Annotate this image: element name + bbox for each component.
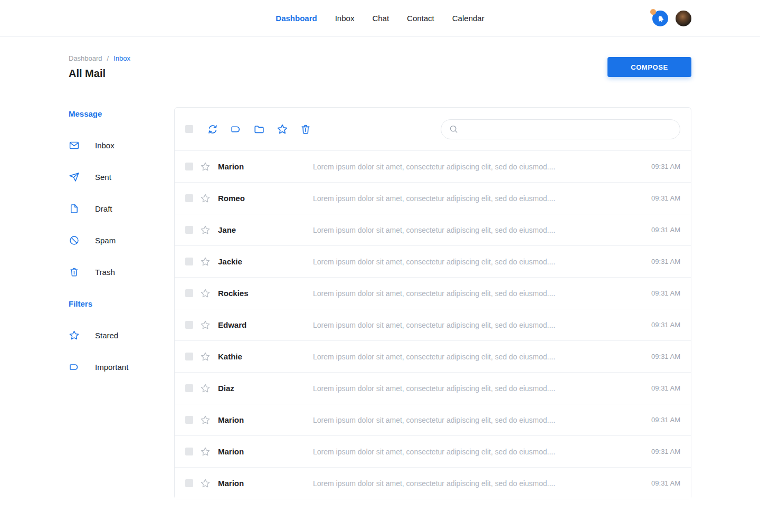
breadcrumb: Dashboard / Inbox — [69, 54, 130, 62]
nav-calendar[interactable]: Calendar — [452, 14, 484, 23]
sidebar: Message Inbox Sent Draft Spam — [69, 107, 174, 499]
sidebar-item-trash[interactable]: Trash — [69, 265, 174, 278]
nav-dashboard[interactable]: Dashboard — [276, 14, 317, 23]
search-icon — [449, 124, 459, 134]
sidebar-item-label: Trash — [95, 268, 115, 277]
row-checkbox[interactable] — [185, 416, 193, 424]
sidebar-item-draft[interactable]: Draft — [69, 202, 174, 215]
star-icon[interactable] — [200, 478, 211, 489]
star-icon[interactable] — [200, 256, 211, 267]
message-preview: Lorem ipsum dolor sit amet, consectetur … — [313, 321, 643, 329]
row-checkbox[interactable] — [185, 479, 193, 487]
row-checkbox[interactable] — [185, 289, 193, 297]
star-icon[interactable] — [200, 162, 211, 172]
star-icon[interactable] — [200, 320, 211, 330]
mail-row[interactable]: Marion Lorem ipsum dolor sit amet, conse… — [175, 404, 691, 435]
row-checkbox[interactable] — [185, 194, 193, 202]
sidebar-item-sent[interactable]: Sent — [69, 170, 174, 183]
row-checkbox[interactable] — [185, 163, 193, 170]
page-head-left: Dashboard / Inbox All Mail — [69, 54, 130, 80]
nav-inbox[interactable]: Inbox — [335, 14, 355, 23]
star-icon[interactable] — [200, 225, 211, 235]
message-preview: Lorem ipsum dolor sit amet, consectetur … — [313, 384, 643, 393]
mail-row[interactable]: Edward Lorem ipsum dolor sit amet, conse… — [175, 309, 691, 340]
message-preview: Lorem ipsum dolor sit amet, consectetur … — [313, 479, 643, 488]
message-preview: Lorem ipsum dolor sit amet, consectetur … — [313, 194, 643, 203]
sender-name: Kathie — [218, 352, 313, 361]
mail-toolbar — [175, 108, 691, 150]
sender-name: Jane — [218, 225, 313, 234]
sidebar-item-label: Stared — [95, 331, 118, 340]
sidebar-item-spam[interactable]: Spam — [69, 234, 174, 246]
mail-row[interactable]: Kathie Lorem ipsum dolor sit amet, conse… — [175, 340, 691, 372]
sidebar-item-label: Sent — [95, 173, 111, 182]
star-icon[interactable] — [200, 415, 211, 425]
refresh-icon[interactable] — [207, 124, 218, 135]
top-nav: Dashboard Inbox Chat Contact Calendar — [276, 14, 484, 23]
mail-row[interactable]: Diaz Lorem ipsum dolor sit amet, consect… — [175, 372, 691, 404]
message-time: 09:31 AM — [651, 448, 680, 455]
mail-row[interactable]: Marion Lorem ipsum dolor sit amet, conse… — [175, 467, 691, 499]
mail-row[interactable]: Rockies Lorem ipsum dolor sit amet, cons… — [175, 277, 691, 309]
message-preview: Lorem ipsum dolor sit amet, consectetur … — [313, 416, 643, 424]
mail-row[interactable]: Romeo Lorem ipsum dolor sit amet, consec… — [175, 182, 691, 214]
message-time: 09:31 AM — [651, 321, 680, 329]
block-icon — [69, 235, 80, 246]
sender-name: Edward — [218, 320, 313, 329]
breadcrumb-dashboard[interactable]: Dashboard — [69, 54, 102, 62]
bell-icon — [654, 13, 666, 24]
sender-name: Jackie — [218, 257, 313, 266]
message-time: 09:31 AM — [651, 416, 680, 424]
mail-rows: Marion Lorem ipsum dolor sit amet, conse… — [175, 150, 691, 499]
star-icon[interactable] — [200, 446, 211, 457]
search-box — [441, 119, 680, 139]
select-all-checkbox[interactable] — [185, 125, 193, 133]
row-checkbox[interactable] — [185, 226, 193, 234]
search-input[interactable] — [463, 125, 672, 134]
toolbar-icons — [207, 124, 311, 135]
message-time: 09:31 AM — [651, 479, 680, 487]
compose-button[interactable]: COMPOSE — [607, 57, 691, 77]
notification-bell-button[interactable] — [652, 11, 668, 26]
sidebar-item-label: Spam — [95, 236, 116, 245]
row-checkbox[interactable] — [185, 384, 193, 392]
star-icon[interactable] — [200, 352, 211, 362]
sidebar-item-label: Important — [95, 363, 128, 372]
mail-row[interactable]: Marion Lorem ipsum dolor sit amet, conse… — [175, 150, 691, 182]
topbar-right — [652, 11, 691, 26]
row-checkbox[interactable] — [185, 448, 193, 455]
message-preview: Lorem ipsum dolor sit amet, consectetur … — [313, 448, 643, 456]
sidebar-section-message: Message — [69, 107, 174, 120]
message-time: 09:31 AM — [651, 353, 680, 360]
folder-icon[interactable] — [253, 124, 265, 135]
message-preview: Lorem ipsum dolor sit amet, consectetur … — [313, 289, 643, 298]
message-preview: Lorem ipsum dolor sit amet, consectetur … — [313, 353, 643, 361]
nav-contact[interactable]: Contact — [407, 14, 434, 23]
message-time: 09:31 AM — [651, 289, 680, 297]
row-checkbox[interactable] — [185, 258, 193, 265]
mail-row[interactable]: Jane Lorem ipsum dolor sit amet, consect… — [175, 214, 691, 245]
row-checkbox[interactable] — [185, 353, 193, 360]
star-icon[interactable] — [200, 288, 211, 299]
mail-list-card: Marion Lorem ipsum dolor sit amet, conse… — [174, 107, 691, 499]
breadcrumb-inbox[interactable]: Inbox — [113, 54, 130, 62]
nav-chat[interactable]: Chat — [372, 14, 389, 23]
user-avatar[interactable] — [676, 11, 691, 26]
mail-row[interactable]: Marion Lorem ipsum dolor sit amet, conse… — [175, 435, 691, 467]
sidebar-item-inbox[interactable]: Inbox — [69, 139, 174, 151]
row-checkbox[interactable] — [185, 321, 193, 329]
label-icon[interactable] — [230, 124, 242, 135]
sidebar-section-filters: Filters — [69, 297, 174, 310]
star-icon[interactable] — [200, 383, 211, 394]
notification-badge — [650, 9, 656, 15]
mail-row[interactable]: Jackie Lorem ipsum dolor sit amet, conse… — [175, 245, 691, 277]
star-icon[interactable] — [277, 124, 288, 135]
page-head: Dashboard / Inbox All Mail COMPOSE — [69, 54, 691, 80]
sidebar-item-important[interactable]: Important — [69, 360, 174, 373]
sidebar-item-label: Draft — [95, 204, 112, 213]
sidebar-item-stared[interactable]: Stared — [69, 329, 174, 341]
star-icon[interactable] — [200, 193, 211, 204]
message-time: 09:31 AM — [651, 163, 680, 170]
sidebar-item-label: Inbox — [95, 141, 115, 150]
trash-icon[interactable] — [300, 124, 311, 135]
